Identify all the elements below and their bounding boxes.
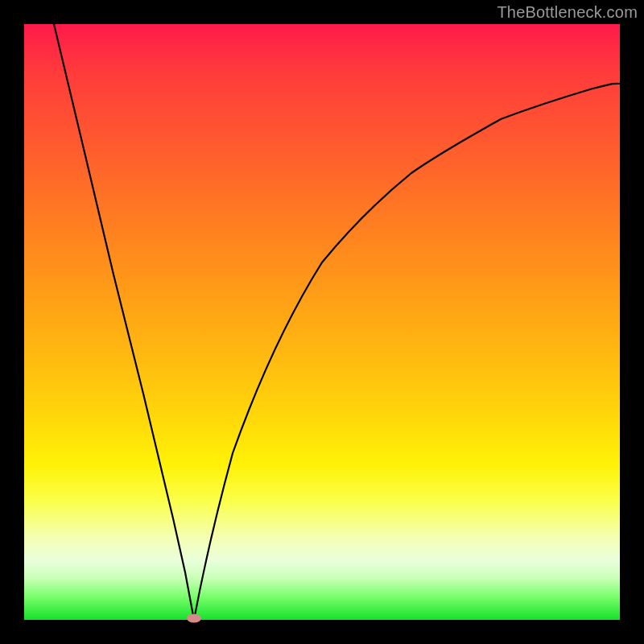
curve-right-branch — [194, 84, 620, 620]
bottleneck-marker — [187, 614, 201, 623]
bottleneck-curve — [24, 24, 620, 620]
plot-area — [24, 24, 620, 620]
curve-left-branch — [54, 24, 194, 620]
attribution-label: TheBottleneck.com — [497, 3, 638, 22]
chart-frame: TheBottleneck.com — [0, 0, 644, 644]
